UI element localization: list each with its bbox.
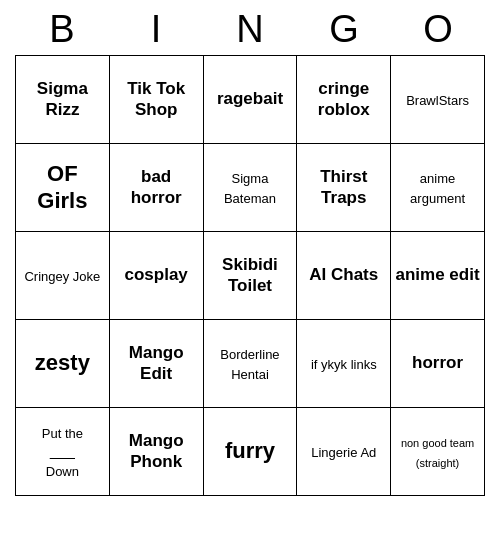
- bingo-grid: Sigma Rizz Tik Tok Shop ragebait cringe …: [15, 55, 485, 496]
- cell-2-0: Cringey Joke: [16, 232, 110, 320]
- title-letter-o: O: [395, 8, 481, 51]
- cell-4-3: Lingerie Ad: [297, 408, 391, 496]
- cell-3-4: horror: [391, 320, 485, 408]
- cell-4-0: Put the Down: [16, 408, 110, 496]
- cell-1-0: OF Girls: [16, 144, 110, 232]
- cell-0-1: Tik Tok Shop: [109, 56, 203, 144]
- title-letter-b: B: [19, 8, 105, 51]
- bingo-title: B I N G O: [15, 0, 485, 55]
- cell-1-2: Sigma Bateman: [203, 144, 297, 232]
- cell-2-1: cosplay: [109, 232, 203, 320]
- cell-3-2: Borderline Hentai: [203, 320, 297, 408]
- cell-4-1: Mango Phonk: [109, 408, 203, 496]
- table-row: OF Girls bad horror Sigma Bateman Thirst…: [16, 144, 485, 232]
- title-letter-i: I: [113, 8, 199, 51]
- cell-3-1: Mango Edit: [109, 320, 203, 408]
- title-letter-g: G: [301, 8, 387, 51]
- cell-3-0: zesty: [16, 320, 110, 408]
- cell-1-1: bad horror: [109, 144, 203, 232]
- cell-1-3: Thirst Traps: [297, 144, 391, 232]
- table-row: Put the Down Mango Phonk furry Lingerie …: [16, 408, 485, 496]
- table-row: Sigma Rizz Tik Tok Shop ragebait cringe …: [16, 56, 485, 144]
- cell-0-0: Sigma Rizz: [16, 56, 110, 144]
- table-row: Cringey Joke cosplay Skibidi Toilet AI C…: [16, 232, 485, 320]
- cell-0-4: BrawlStars: [391, 56, 485, 144]
- cell-2-2: Skibidi Toilet: [203, 232, 297, 320]
- cell-4-2: furry: [203, 408, 297, 496]
- cell-1-4: anime argument: [391, 144, 485, 232]
- cell-2-3: AI Chats: [297, 232, 391, 320]
- cell-2-4: anime edit: [391, 232, 485, 320]
- cell-4-4: non good team (straight): [391, 408, 485, 496]
- cell-0-3: cringe roblox: [297, 56, 391, 144]
- table-row: zesty Mango Edit Borderline Hentai if yk…: [16, 320, 485, 408]
- title-letter-n: N: [207, 8, 293, 51]
- cell-0-2: ragebait: [203, 56, 297, 144]
- cell-3-3: if ykyk links: [297, 320, 391, 408]
